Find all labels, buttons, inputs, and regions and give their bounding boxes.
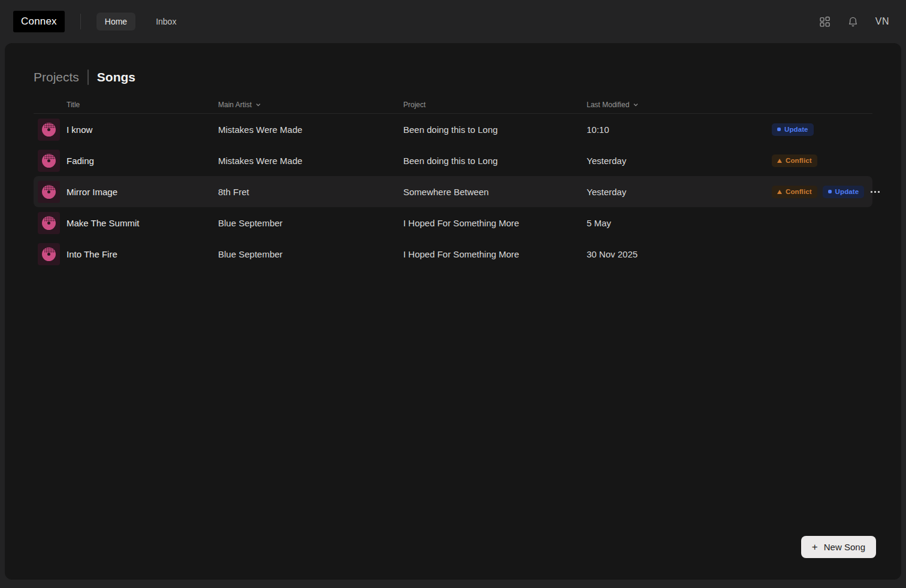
song-project: Somewhere Between [403, 187, 587, 197]
vinyl-record-icon [42, 216, 56, 230]
table-row[interactable]: Fading Mistakes Were Made Been doing thi… [34, 145, 872, 176]
column-header-main-artist[interactable]: Main Artist [218, 101, 403, 109]
breadcrumb-divider [87, 69, 89, 85]
song-status-cell: Conflict [772, 145, 872, 176]
song-last-modified: 10:10 [587, 125, 772, 135]
update-badge-label: Update [784, 126, 808, 133]
update-badge: Update [772, 123, 814, 136]
song-title: Mirror Image [67, 187, 117, 197]
column-header-last-modified[interactable]: Last Modified [587, 101, 772, 109]
song-project: Been doing this to Long [403, 156, 587, 166]
song-art-tile [38, 119, 60, 141]
song-status-cell [772, 207, 872, 238]
song-title: Fading [67, 156, 94, 166]
vinyl-record-icon [42, 123, 56, 137]
nav-divider [80, 14, 81, 29]
column-header-last-modified-label: Last Modified [587, 101, 629, 109]
chevron-down-icon [633, 102, 639, 108]
tab-home[interactable]: Home [96, 13, 135, 31]
page-title: Songs [97, 70, 135, 84]
song-artist: Blue September [218, 249, 403, 259]
song-last-modified: 30 Nov 2025 [587, 249, 772, 259]
row-ellipsis-menu-icon[interactable] [869, 187, 881, 196]
app-logo[interactable]: Connex [13, 11, 65, 32]
song-artist: Mistakes Were Made [218, 125, 403, 135]
warning-triangle-icon [777, 190, 782, 194]
song-art-tile [38, 243, 60, 265]
plus-icon: + [812, 542, 818, 552]
song-status-cell [772, 238, 872, 269]
table-row-highlighted[interactable]: Mirror Image 8th Fret Somewhere Between … [34, 176, 872, 207]
chevron-down-icon [255, 102, 261, 108]
table-header-row: Title Main Artist Project Last Modified [34, 96, 872, 114]
song-artist: Blue September [218, 218, 403, 228]
vinyl-record-icon [42, 185, 56, 199]
vinyl-record-icon [42, 154, 56, 168]
song-artist: 8th Fret [218, 187, 403, 197]
song-art-tile [38, 150, 60, 172]
update-badge: Update [823, 186, 865, 198]
conflict-badge: Conflict [772, 186, 817, 198]
tab-inbox[interactable]: Inbox [147, 13, 185, 31]
song-title: Into The Fire [67, 249, 117, 259]
song-project: I Hoped For Something More [403, 218, 587, 228]
user-avatar-initials[interactable]: VN [875, 16, 889, 27]
song-title: Make The Summit [67, 218, 139, 228]
conflict-badge: Conflict [772, 154, 817, 167]
song-last-modified: Yesterday [587, 156, 772, 166]
breadcrumb-projects[interactable]: Projects [34, 70, 79, 84]
warning-triangle-icon [777, 159, 782, 163]
table-row[interactable]: I know Mistakes Were Made Been doing thi… [34, 114, 872, 145]
table-row[interactable]: Into The Fire Blue September I Hoped For… [34, 238, 872, 269]
song-artist: Mistakes Were Made [218, 156, 403, 166]
song-title: I know [67, 125, 92, 135]
conflict-badge-label: Conflict [786, 157, 812, 164]
table-row[interactable]: Make The Summit Blue September I Hoped F… [34, 207, 872, 238]
update-badge-label: Update [835, 188, 859, 195]
main-panel: Projects Songs Title Main Artist Project… [5, 43, 901, 580]
column-header-project: Project [403, 101, 587, 109]
topbar-right: VN [819, 16, 889, 28]
song-art-tile [38, 212, 60, 234]
song-last-modified: 5 May [587, 218, 772, 228]
conflict-badge-label: Conflict [786, 188, 812, 195]
vinyl-record-icon [42, 247, 56, 261]
new-song-button-label: New Song [824, 542, 865, 552]
song-last-modified: Yesterday [587, 187, 772, 197]
column-header-main-artist-label: Main Artist [218, 101, 252, 109]
song-status-cell: Update [772, 114, 872, 145]
bell-icon[interactable] [847, 16, 859, 28]
breadcrumb: Projects Songs [5, 43, 901, 85]
new-song-button[interactable]: + New Song [801, 536, 876, 558]
topbar: Connex Home Inbox VN [0, 0, 906, 43]
column-header-title: Title [34, 101, 218, 109]
songs-table: Title Main Artist Project Last Modified … [34, 96, 872, 269]
update-dot-icon [777, 128, 781, 131]
apps-grid-icon[interactable] [819, 16, 830, 28]
song-project: I Hoped For Something More [403, 249, 587, 259]
song-project: Been doing this to Long [403, 125, 587, 135]
main-nav: Home Inbox [96, 13, 185, 31]
song-art-tile [38, 181, 60, 203]
update-dot-icon [828, 190, 832, 193]
song-status-cell: Conflict Update [772, 176, 888, 207]
